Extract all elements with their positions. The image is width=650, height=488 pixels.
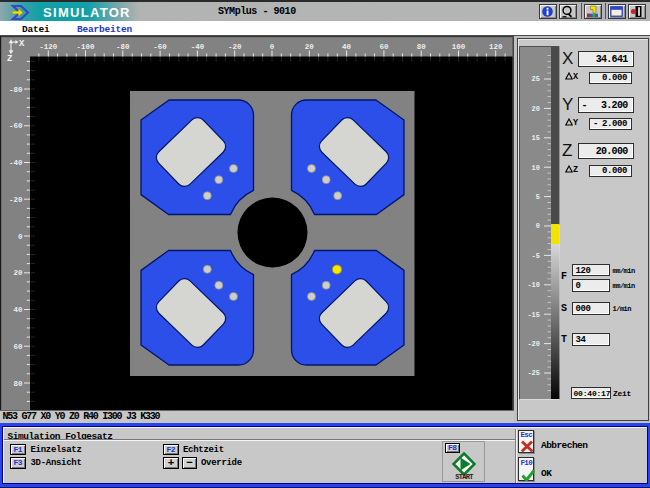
svg-text:60: 60 (379, 43, 389, 51)
svg-text:10: 10 (532, 164, 540, 172)
svg-text:-20: -20 (228, 43, 242, 51)
svg-text:-15: -15 (527, 311, 540, 319)
svg-text:0: 0 (18, 233, 23, 241)
svg-text:80: 80 (417, 43, 427, 51)
svg-text:-20: -20 (9, 196, 23, 204)
svg-text:-10: -10 (527, 281, 540, 289)
svg-text:-100: -100 (76, 43, 95, 51)
svg-text:60: 60 (13, 343, 23, 351)
svg-text:40: 40 (13, 306, 23, 314)
svg-text:-5: -5 (532, 252, 540, 260)
svg-text:20: 20 (305, 43, 315, 51)
svg-text:-20: -20 (527, 340, 540, 348)
svg-text:-40: -40 (191, 43, 205, 51)
svg-text:5: 5 (536, 193, 540, 201)
svg-text:40: 40 (342, 43, 352, 51)
svg-text:-40: -40 (9, 159, 23, 167)
svg-text:-25: -25 (527, 369, 540, 377)
svg-text:X: X (19, 39, 25, 49)
svg-text:-120: -120 (39, 43, 58, 51)
svg-text:120: 120 (489, 43, 503, 51)
svg-text:-80: -80 (116, 43, 130, 51)
svg-text:15: 15 (532, 134, 540, 142)
svg-text:25: 25 (532, 75, 540, 83)
svg-text:0: 0 (536, 222, 540, 230)
svg-text:-80: -80 (9, 86, 23, 94)
svg-text:80: 80 (13, 380, 23, 388)
svg-text:0: 0 (270, 43, 275, 51)
svg-text:20: 20 (13, 269, 23, 277)
svg-text:-60: -60 (153, 43, 167, 51)
svg-text:-60: -60 (9, 122, 23, 130)
svg-text:Z: Z (7, 54, 12, 64)
svg-text:20: 20 (532, 105, 540, 113)
svg-text:100: 100 (452, 43, 466, 51)
